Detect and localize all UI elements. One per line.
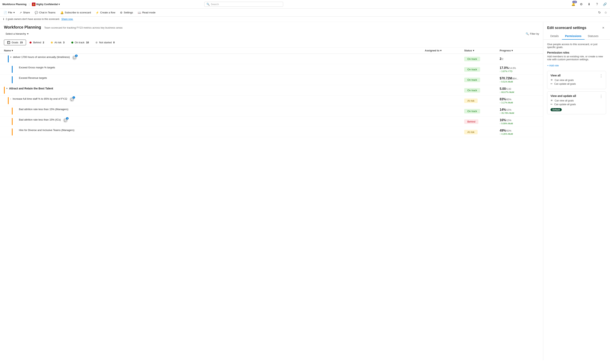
expand-button[interactable]: › — [10, 98, 11, 100]
status-badge: Behind — [464, 119, 478, 124]
goal-name: Hire for Diverse and Inclusive Teams (Ma… — [19, 129, 75, 132]
add-role-button[interactable]: + Add role — [547, 63, 606, 68]
perm-update-view-all-goals-label: Can update all goals — [554, 82, 576, 85]
tab-permissions[interactable]: Permissions — [562, 33, 584, 39]
progress-value: 14% — [500, 108, 506, 111]
tab-statuses[interactable]: Statuses — [584, 33, 601, 39]
panel-section-desc: Add members to an existing role, or crea… — [547, 55, 606, 61]
comment-badge[interactable]: 💬 1 — [70, 97, 74, 102]
alert-icon: ℹ — [3, 18, 4, 21]
progress-cell: 49%/50% ↑ 4.26% MoM — [500, 129, 539, 135]
create-flow-button[interactable]: ⚡ Create a flow — [94, 10, 117, 15]
goal-name-cell: › Increase full time staff % to 85% by e… — [4, 97, 425, 104]
behind-dot-icon — [29, 41, 32, 43]
stat-behind-label: Behind — [33, 41, 41, 44]
goal-name: deliver 1700 hours of service annually (… — [13, 55, 70, 59]
stat-behind[interactable]: Behind 2 — [26, 40, 47, 45]
perm-view-update-update-goals: ✏ Can update all goals — [550, 103, 603, 106]
stat-at-risk-count: 3 — [63, 41, 65, 44]
expand-button[interactable]: ▾ — [10, 56, 12, 58]
settings-icon-button[interactable]: ⚙ — [578, 1, 584, 7]
stat-on-track[interactable]: On track 10 — [68, 40, 92, 45]
read-mode-button[interactable]: 📖 Read mode — [136, 10, 157, 15]
stats-bar: ✓ Goals 15 Behind 2 At risk 3 On track 1… — [0, 38, 543, 48]
chevron-down-icon: ▾ — [59, 3, 60, 6]
col-assigned-sort-icon: ▾ — [440, 49, 441, 52]
table-row[interactable]: Hire for Diverse and Inclusive Teams (Ma… — [0, 127, 543, 137]
progress-target: /85% — [506, 98, 511, 101]
view-all-more-button[interactable]: ⋮ — [599, 74, 603, 78]
goals-list: ▾ deliver 1700 hours of service annually… — [0, 54, 543, 137]
status-badge: On track — [464, 67, 480, 72]
help-icon-button[interactable]: ? — [594, 1, 600, 7]
settings-toolbar-icon: ⚙ — [120, 11, 123, 14]
filter-button[interactable]: 🔍 Filter by — [526, 32, 539, 35]
file-button[interactable]: 📄 File ▾ — [1, 10, 17, 15]
subscribe-button[interactable]: 🔔 Subscribe to scorecard — [58, 10, 93, 15]
scorecard-controls: Select a hierarchy ▾ 🔍 Filter by — [4, 31, 539, 36]
progress-cell: 5.00/5.00 ↑ 66.67% MoM — [500, 87, 539, 93]
view-update-all-more-button[interactable]: ⋮ — [599, 94, 603, 99]
col-assigned-header[interactable]: Assigned to ▾ — [425, 49, 464, 52]
chat-teams-button[interactable]: 💬 Chat in Teams — [33, 10, 58, 15]
search-bar[interactable]: 🔍 Search — [204, 2, 283, 7]
progress-cell: 83%/85% ↑ 3.17% MoM — [500, 98, 539, 104]
notifications-button[interactable]: 🔔 119 — [571, 1, 576, 7]
filter-label: Filter by — [530, 32, 539, 35]
progress-target: /15% — [506, 119, 511, 122]
goal-color-bar — [12, 107, 13, 115]
star-button[interactable]: ☆ — [603, 10, 609, 15]
col-status-header[interactable]: Status ▾ — [464, 49, 500, 52]
table-row[interactable]: ▾ Attract and Retain the Best Talent On … — [0, 85, 543, 95]
hierarchy-selector[interactable]: Select a hierarchy ▾ — [4, 31, 30, 36]
alert-share-link[interactable]: Share now. — [61, 18, 73, 21]
progress-target: /50% — [506, 130, 511, 132]
hierarchy-label: Select a hierarchy — [5, 32, 26, 35]
eye2-icon: 👁 — [550, 99, 553, 102]
panel-close-button[interactable]: ✕ — [600, 25, 606, 30]
goal-color-bar — [4, 87, 5, 94]
comment-badge[interactable]: 💬 2 — [72, 55, 77, 60]
download-icon-button[interactable]: ⬇ — [586, 1, 592, 7]
col-name-sort-icon: ▾ — [12, 49, 13, 52]
goal-name-cell: Exceed Revenue targets — [4, 76, 425, 83]
col-name-header[interactable]: Name ▾ — [4, 49, 425, 52]
file-chevron-icon: ▾ — [13, 11, 15, 14]
table-row[interactable]: Bad attrition rate less than 15% (Manage… — [0, 106, 543, 117]
progress-value: 16% — [500, 118, 506, 122]
goal-name-cell: ▾ Attract and Retain the Best Talent — [4, 87, 425, 94]
stat-goals-label: Goals — [12, 41, 18, 44]
sensitivity-badge[interactable]: 🔒 Highly Confidential ▾ — [32, 2, 60, 6]
share-link-button[interactable]: 🔗 — [602, 1, 608, 7]
table-row[interactable]: Exceed Gross margin % targets On track 1… — [0, 64, 543, 75]
progress-target: /14.6% — [508, 67, 516, 69]
permission-card-view-update-all: View and update all 👁 Can view all goals… — [547, 91, 606, 114]
progress-value: 49% — [500, 129, 506, 132]
progress-change: ↑ 66.67% MoM — [500, 91, 539, 93]
comment-badge[interactable]: 💬 2 — [63, 118, 68, 123]
expand-button[interactable]: ▾ — [6, 87, 8, 90]
refresh-button[interactable]: ↻ — [597, 10, 602, 15]
toolbar-right: ↻ ☆ — [597, 10, 609, 15]
table-row[interactable]: Exceed Revenue targets On track $70.72M/… — [0, 75, 543, 85]
stat-at-risk[interactable]: At risk 3 — [48, 40, 68, 45]
settings-button[interactable]: ⚙ Settings — [118, 10, 135, 15]
status-badge: On track — [464, 78, 480, 82]
stat-not-started-count: 0 — [113, 41, 115, 44]
stat-goals[interactable]: ✓ Goals 15 — [4, 39, 26, 45]
goal-name-cell: Bad attrition rate less than 15% (Manage… — [4, 107, 425, 115]
col-progress-header[interactable]: Progress ▾ — [500, 49, 539, 52]
table-row[interactable]: Bad attrition rate less than 15% (ICs) 💬… — [0, 117, 543, 127]
tab-details[interactable]: Details — [547, 33, 562, 39]
notification-count: 119 — [572, 1, 577, 3]
stat-not-started[interactable]: Not started 0 — [92, 40, 118, 45]
progress-value: $70.72M — [500, 77, 512, 80]
progress-change: ↑ 9.99% MoM — [500, 122, 539, 125]
status-badge: On track — [464, 88, 480, 92]
share-button[interactable]: ↗ Share — [17, 10, 32, 15]
hierarchy-chevron-icon: ▾ — [27, 32, 28, 35]
table-row[interactable]: ▾ deliver 1700 hours of service annually… — [0, 54, 543, 64]
perm-view-update-update-goals-label: Can update all goals — [554, 103, 576, 106]
share-label: Share — [23, 11, 30, 14]
table-row[interactable]: › Increase full time staff % to 85% by e… — [0, 95, 543, 106]
